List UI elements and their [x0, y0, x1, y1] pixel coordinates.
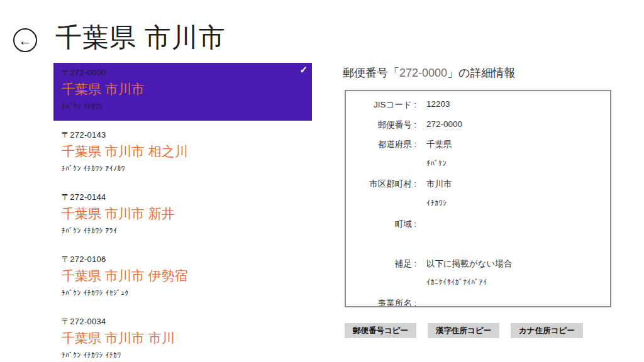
detail-label: 郵便番号 : [346, 119, 419, 131]
item-postal-code: 〒272-0144 [62, 192, 312, 203]
item-postal-code: 〒272-0034 [62, 316, 312, 327]
detail-label: 市区郡町村 : [346, 178, 419, 190]
item-address: 千葉県 市川市 市川 [62, 329, 312, 347]
detail-label: 町域 : [346, 219, 419, 230]
detail-label: 都道府県 : [346, 139, 419, 150]
back-arrow-icon: ← [19, 34, 32, 47]
detail-info-box: JISコード : 12203 郵便番号 : 272-0000 都道府県 : 千葉… [345, 90, 611, 307]
item-kana: ﾁﾊﾞｹﾝ ｲﾁｶﾜｼ [62, 102, 312, 110]
detail-row-city: 市区郡町村 : 市川市 [346, 178, 610, 199]
copy-postal-code-button[interactable]: 郵便番号コピー [345, 323, 416, 338]
item-address: 千葉県 市川市 相之川 [62, 143, 312, 160]
detail-row-prefecture: 都道府県 : 千葉県 [346, 139, 610, 159]
list-item-272-0000[interactable]: 〒272-0000 千葉県 市川市 ﾁﾊﾞｹﾝ ｲﾁｶﾜｼ ✓ [53, 63, 312, 121]
page-title: 千葉県 市川市 [55, 20, 226, 55]
item-address: 千葉県 市川市 新井 [62, 205, 312, 222]
detail-value: ｲﾁｶﾜｼ [426, 199, 447, 207]
detail-row-note: 補足 : 以下に掲載がない場合 [346, 258, 610, 278]
detail-value: 272-0000 [426, 119, 462, 129]
copy-kanji-address-button[interactable]: 漢字住所コピー [428, 323, 499, 338]
copy-button-bar: 郵便番号コピー 漢字住所コピー カナ住所コピー [345, 323, 583, 338]
detail-value: ﾁﾊﾞｹﾝ [426, 159, 447, 168]
detail-row-jis-code: JISコード : 12203 [346, 99, 610, 119]
detail-row-city-kana: ｲﾁｶﾜｼ [346, 199, 610, 219]
detail-value: 12203 [426, 99, 450, 109]
item-address: 千葉県 市川市 伊勢宿 [62, 267, 312, 285]
detail-label: 補足 : [346, 258, 419, 270]
item-kana: ﾁﾊﾞｹﾝ ｲﾁｶﾜｼ ｲﾁｶﾜ [62, 351, 312, 359]
item-kana: ﾁﾊﾞｹﾝ ｲﾁｶﾜｼ ｲｾｼﾞｭｸ [62, 289, 312, 297]
detail-value: 以下に掲載がない場合 [426, 258, 512, 270]
detail-value: ｲｶﾆｹｲｻｲｶﾞﾅｲﾊﾞｱｲ [426, 278, 487, 287]
detail-title-prefix: 郵便番号「 [343, 67, 399, 79]
list-item-272-0034[interactable]: 〒272-0034 千葉県 市川市 市川 ﾁﾊﾞｹﾝ ｲﾁｶﾜｼ ｲﾁｶﾜ [53, 312, 312, 362]
item-postal-code: 〒272-0106 [62, 254, 312, 265]
item-postal-code: 〒272-0143 [62, 129, 312, 141]
detail-row-town-area-kana [346, 238, 610, 258]
detail-row-prefecture-kana: ﾁﾊﾞｹﾝ [346, 159, 610, 179]
detail-title-suffix: 」の詳細情報 [447, 67, 515, 79]
item-postal-code: 〒272-0000 [62, 67, 312, 79]
list-item-272-0144[interactable]: 〒272-0144 千葉県 市川市 新井 ﾁﾊﾞｹﾝ ｲﾁｶﾜｼ ｱﾗｲ [53, 187, 312, 245]
item-address: 千葉県 市川市 [62, 80, 312, 98]
detail-value: 市川市 [426, 178, 452, 190]
copy-kana-address-button[interactable]: カナ住所コピー [511, 323, 583, 338]
detail-title-postal-code: 272-0000 [399, 67, 447, 79]
detail-panel-title: 郵便番号「272-0000」の詳細情報 [343, 65, 516, 80]
detail-row-postal-code: 郵便番号 : 272-0000 [346, 119, 610, 140]
item-kana: ﾁﾊﾞｹﾝ ｲﾁｶﾜｼ ｱｲﾉｶﾜ [62, 165, 312, 172]
back-button[interactable]: ← [13, 28, 37, 52]
list-item-272-0143[interactable]: 〒272-0143 千葉県 市川市 相之川 ﾁﾊﾞｹﾝ ｲﾁｶﾜｼ ｱｲﾉｶﾜ [53, 125, 312, 183]
item-kana: ﾁﾊﾞｹﾝ ｲﾁｶﾜｼ ｱﾗｲ [62, 227, 312, 234]
detail-label: JISコード : [346, 99, 419, 111]
detail-row-town-area: 町域 : [346, 219, 610, 239]
detail-value: 千葉県 [426, 139, 452, 150]
selected-check-icon: ✓ [299, 64, 308, 75]
detail-row-note-kana: ｲｶﾆｹｲｻｲｶﾞﾅｲﾊﾞｱｲ [346, 278, 610, 298]
list-item-272-0106[interactable]: 〒272-0106 千葉県 市川市 伊勢宿 ﾁﾊﾞｹﾝ ｲﾁｶﾜｼ ｲｾｼﾞｭｸ [53, 250, 312, 307]
detail-label: 事業所名 : [346, 298, 419, 307]
detail-row-business-name: 事業所名 : [346, 298, 610, 307]
postal-code-list: 〒272-0000 千葉県 市川市 ﾁﾊﾞｹﾝ ｲﾁｶﾜｼ ✓ 〒272-014… [53, 63, 312, 362]
